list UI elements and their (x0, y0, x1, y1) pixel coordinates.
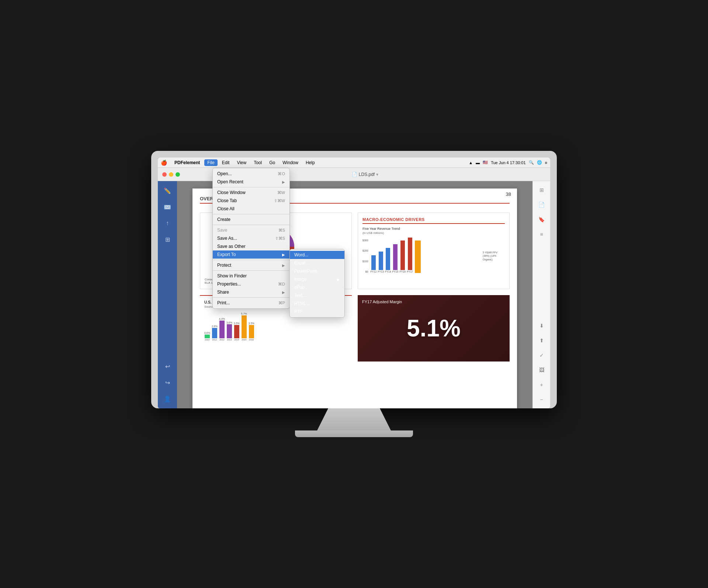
macro-section-title: MACRO-ECONOMIC DRIVERS (362, 217, 505, 224)
menu-item-print-label: Print... (217, 300, 273, 305)
menu-help[interactable]: Help (303, 159, 318, 166)
menu-item-protect-label: Protect (217, 263, 279, 268)
menu-item-create[interactable]: Create (213, 215, 289, 224)
bar-label-fy15: FY15 (392, 270, 399, 273)
menu-item-share[interactable]: Share ▶ (213, 288, 289, 296)
menu-item-open-recent-label: Open Recent (217, 179, 279, 184)
maximize-button[interactable] (176, 172, 180, 177)
datetime-display: Tue Jun 4 17:30:01 (491, 160, 525, 165)
right-icon-doc-up[interactable]: ⬆ (536, 335, 548, 346)
menu-item-export-to[interactable]: Export To ▶ Word... Excel... (213, 250, 289, 259)
menu-bar: 🍎 PDFelement File Edit View Tool Go Wind… (158, 158, 550, 168)
menu-sep-6 (213, 297, 289, 298)
right-icon-doc-check[interactable]: ✓ (536, 349, 548, 361)
search-icon[interactable]: 🔍 (529, 160, 534, 165)
submenu-item-excel-label: Excel... (294, 260, 340, 266)
sidebar-icon-redo[interactable]: ↪ (161, 376, 174, 389)
apple-logo-icon[interactable]: 🍎 (161, 160, 167, 166)
menu-sep-2 (213, 214, 289, 214)
sidebar-icon-undo[interactable]: ↩ (161, 360, 174, 373)
menu-item-protect-arrow: ▶ (282, 263, 285, 267)
menu-item-close-tab[interactable]: Close Tab ⇧⌘W (213, 197, 289, 205)
menu-item-open-recent[interactable]: Open Recent ▶ (213, 178, 289, 186)
logistics-val-2011: 2.6% (212, 325, 218, 328)
menu-tool[interactable]: Tool (251, 159, 265, 166)
sidebar-icon-layers[interactable]: ⊞ (161, 233, 174, 246)
menu-item-save[interactable]: Save ⌘S (213, 226, 289, 234)
menu-sep-4 (213, 260, 289, 260)
menu-item-save-as[interactable]: Save As... ⇧⌘S (213, 234, 289, 242)
submenu-item-image[interactable]: Image ▶ (290, 275, 344, 283)
y-label-0: $0 (362, 270, 368, 273)
menu-item-save-as-other[interactable]: Save as Other (213, 242, 289, 250)
menu-item-close-window[interactable]: Close Window ⌘W (213, 188, 289, 197)
export-submenu[interactable]: Word... Excel... PowerPoint... Image (289, 249, 345, 318)
right-icon-minus[interactable]: − (536, 394, 548, 405)
submenu-item-powerpoint[interactable]: PowerPoint... (290, 267, 344, 275)
menu-item-open-label: Open... (217, 171, 272, 176)
submenu-item-word-label: Word... (294, 252, 340, 257)
logistics-year-2014: 2014 (234, 339, 239, 341)
file-menu-dropdown[interactable]: Open... ⌘O Open Recent ▶ Close Window ⌘W (212, 168, 290, 309)
submenu-item-word[interactable]: Word... (290, 251, 344, 259)
logistics-bar-2015 (242, 315, 247, 338)
logistics-bar-2010 (205, 335, 210, 338)
menu-item-save-label: Save (217, 228, 273, 233)
right-icon-doc[interactable]: 📄 (536, 199, 548, 211)
logistics-bar-2012 (219, 321, 225, 338)
sidebar-icon-pencil[interactable]: ✏️ (161, 184, 174, 197)
menu-view[interactable]: View (234, 159, 249, 166)
menu-edit[interactable]: Edit (219, 159, 233, 166)
bar-fy13 (379, 252, 383, 270)
right-icon-lines[interactable]: ≡ (536, 228, 548, 240)
menu-item-save-as-other-label: Save as Other (217, 244, 285, 249)
submenu-item-rtf-label: RTF... (294, 309, 340, 314)
sidebar-icon-envelope[interactable]: ✉️ (161, 200, 174, 214)
minimize-button[interactable] (169, 172, 173, 177)
submenu-item-excel[interactable]: Excel... (290, 259, 344, 267)
menu-item-show-in-finder[interactable]: Show in Finder (213, 272, 289, 280)
menu-item-print[interactable]: Print... ⌘P (213, 299, 289, 307)
right-icon-plus[interactable]: + (536, 379, 548, 391)
menu-sep-3 (213, 225, 289, 225)
bar-legend-indicator (415, 241, 421, 273)
chevron-down-icon[interactable]: ▾ (376, 172, 378, 177)
menu-item-open[interactable]: Open... ⌘O (213, 170, 289, 178)
submenu-item-rtf[interactable]: RTF... (290, 308, 344, 316)
dark-section: FY17 Adjusted Margin 5.1% (358, 295, 510, 362)
menu-item-close-all[interactable]: Close All (213, 205, 289, 213)
wifi-icon: ▲ (469, 160, 473, 165)
logistics-bar-2014 (234, 325, 239, 338)
right-panel: ⊞ 📄 🔖 ≡ ⬇ ⬆ ✓ 🖼 + − (532, 181, 550, 408)
world-icon[interactable]: 🌐 (537, 160, 542, 165)
menu-item-share-arrow: ▶ (282, 290, 285, 294)
bar-label-fy14: FY14 (385, 270, 391, 273)
menu-icon[interactable]: ≡ (545, 160, 547, 165)
bar-label-fy13: FY13 (378, 270, 384, 273)
menu-item-protect[interactable]: Protect ▶ (213, 261, 289, 269)
submenu-item-epub[interactable]: ePub... (290, 283, 344, 291)
right-icon-grid[interactable]: ⊞ (536, 184, 548, 196)
close-button[interactable] (162, 172, 167, 177)
right-icon-doc-down[interactable]: ⬇ (536, 320, 548, 332)
sidebar-icon-person[interactable]: 👤 (161, 392, 174, 405)
top-right-section: MACRO-ECONOMIC DRIVERS Five Year Revenue… (358, 212, 510, 289)
sidebar-icon-share[interactable]: ↑ (161, 217, 174, 230)
right-icon-image[interactable]: 🖼 (536, 364, 548, 376)
menu-item-properties[interactable]: Properties... ⌘D (213, 280, 289, 288)
submenu-item-html[interactable]: HTML... (290, 300, 344, 308)
y-label-200: $200 (362, 249, 368, 252)
menu-file[interactable]: File (204, 159, 217, 166)
menu-item-save-as-shortcut: ⇧⌘S (275, 236, 285, 241)
menu-go[interactable]: Go (266, 159, 278, 166)
submenu-item-text[interactable]: Text... (290, 291, 344, 300)
menu-item-export-to-label: Export To (217, 252, 279, 257)
menu-item-save-shortcut: ⌘S (278, 228, 285, 233)
menu-item-close-window-label: Close Window (217, 190, 271, 195)
big-number-display: 5.1% (407, 315, 461, 342)
menu-window[interactable]: Window (280, 159, 301, 166)
menu-app-name[interactable]: PDFelement (171, 159, 203, 166)
chart-legend-text: 5 YEAR FFV (38%) (14% Organic) (483, 251, 505, 261)
right-icon-bookmark[interactable]: 🔖 (536, 214, 548, 225)
submenu-item-image-arrow: ▶ (337, 277, 340, 281)
